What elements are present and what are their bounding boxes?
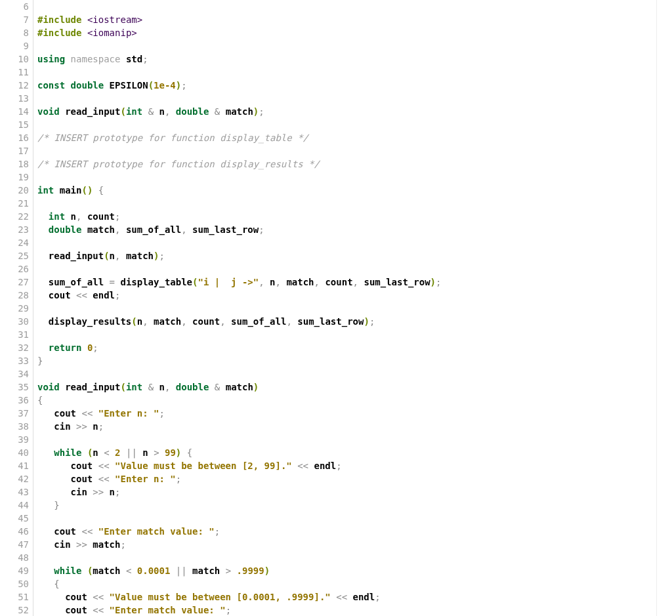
code-line <box>37 39 656 52</box>
code-line: int n, count; <box>37 210 656 223</box>
code-line <box>37 302 656 315</box>
line-number: 8 <box>0 26 29 39</box>
line-number: 29 <box>0 302 29 315</box>
line-number: 40 <box>0 446 29 459</box>
code-line: double match, sum_of_all, sum_last_row; <box>37 223 656 236</box>
code-line: { <box>37 394 656 407</box>
code-line: using namespace std; <box>37 52 656 66</box>
line-number: 44 <box>0 499 29 512</box>
code-line: #include <iostream> <box>37 13 656 26</box>
line-number: 24 <box>0 236 29 249</box>
code-line: cin >> n; <box>37 420 656 433</box>
line-number: 25 <box>0 249 29 262</box>
line-number: 31 <box>0 328 29 341</box>
code-area[interactable]: #include <iostream>#include <iomanip> us… <box>33 0 656 616</box>
code-line <box>37 262 656 276</box>
code-line: read_input(n, match); <box>37 249 656 262</box>
line-number: 21 <box>0 197 29 210</box>
line-number: 43 <box>0 485 29 499</box>
code-line <box>37 92 656 105</box>
code-line: cout << "Enter n: "; <box>37 472 656 485</box>
line-number: 22 <box>0 210 29 223</box>
code-line <box>37 512 656 525</box>
code-line: cout << endl; <box>37 289 656 302</box>
line-number-gutter: 6789101112131415161718192021222324252627… <box>0 0 33 616</box>
code-line: const double EPSILON(1e-4); <box>37 79 656 92</box>
code-line: display_results(n, match, count, sum_of_… <box>37 315 656 328</box>
line-number: 15 <box>0 118 29 131</box>
line-number: 49 <box>0 564 29 577</box>
line-number: 45 <box>0 512 29 525</box>
code-line: cin >> match; <box>37 538 656 551</box>
line-number: 12 <box>0 79 29 92</box>
code-line: sum_of_all = display_table("i | j ->", n… <box>37 276 656 289</box>
code-line: { <box>37 577 656 590</box>
line-number: 41 <box>0 459 29 472</box>
code-line: cout << "Enter match value: "; <box>37 525 656 538</box>
code-line: /* INSERT prototype for function display… <box>37 157 656 171</box>
code-line: return 0; <box>37 341 656 354</box>
code-line: void read_input(int & n, double & match) <box>37 380 656 394</box>
code-line: cout << "Enter n: "; <box>37 407 656 420</box>
line-number: 9 <box>0 39 29 52</box>
code-line: int main() { <box>37 184 656 197</box>
line-number: 28 <box>0 289 29 302</box>
line-number: 23 <box>0 223 29 236</box>
code-line: void read_input(int & n, double & match)… <box>37 105 656 118</box>
code-line <box>37 66 656 79</box>
line-number: 27 <box>0 276 29 289</box>
code-line: cout << "Enter match value: "; <box>37 604 656 616</box>
code-line: while (n < 2 || n > 99) { <box>37 446 656 459</box>
code-line <box>37 236 656 249</box>
code-line <box>37 433 656 446</box>
code-line <box>37 197 656 210</box>
line-number: 50 <box>0 577 29 590</box>
line-number: 30 <box>0 315 29 328</box>
code-line: #include <iomanip> <box>37 26 656 39</box>
line-number: 47 <box>0 538 29 551</box>
line-number: 51 <box>0 590 29 604</box>
line-number: 34 <box>0 367 29 380</box>
line-number: 14 <box>0 105 29 118</box>
line-number: 37 <box>0 407 29 420</box>
code-line <box>37 367 656 380</box>
code-line: } <box>37 354 656 367</box>
code-line <box>37 551 656 564</box>
code-editor: 6789101112131415161718192021222324252627… <box>0 0 657 616</box>
code-line <box>37 118 656 131</box>
line-number: 38 <box>0 420 29 433</box>
line-number: 17 <box>0 144 29 157</box>
line-number: 19 <box>0 171 29 184</box>
code-line <box>37 171 656 184</box>
line-number: 32 <box>0 341 29 354</box>
line-number: 13 <box>0 92 29 105</box>
line-number: 39 <box>0 433 29 446</box>
line-number: 46 <box>0 525 29 538</box>
line-number: 52 <box>0 604 29 616</box>
line-number: 26 <box>0 262 29 276</box>
line-number: 42 <box>0 472 29 485</box>
code-line: cin >> n; <box>37 485 656 499</box>
code-line <box>37 144 656 157</box>
line-number: 11 <box>0 66 29 79</box>
line-number: 33 <box>0 354 29 367</box>
line-number: 7 <box>0 13 29 26</box>
code-line: cout << "Value must be between [0.0001, … <box>37 590 656 604</box>
code-line: cout << "Value must be between [2, 99]."… <box>37 459 656 472</box>
line-number: 48 <box>0 551 29 564</box>
code-line: while (match < 0.0001 || match > .9999) <box>37 564 656 577</box>
line-number: 35 <box>0 380 29 394</box>
code-line: } <box>37 499 656 512</box>
code-line: /* INSERT prototype for function display… <box>37 131 656 144</box>
line-number: 18 <box>0 157 29 171</box>
line-number: 6 <box>0 0 29 13</box>
line-number: 20 <box>0 184 29 197</box>
line-number: 16 <box>0 131 29 144</box>
line-number: 36 <box>0 394 29 407</box>
code-line <box>37 0 656 13</box>
code-line <box>37 328 656 341</box>
line-number: 10 <box>0 52 29 66</box>
